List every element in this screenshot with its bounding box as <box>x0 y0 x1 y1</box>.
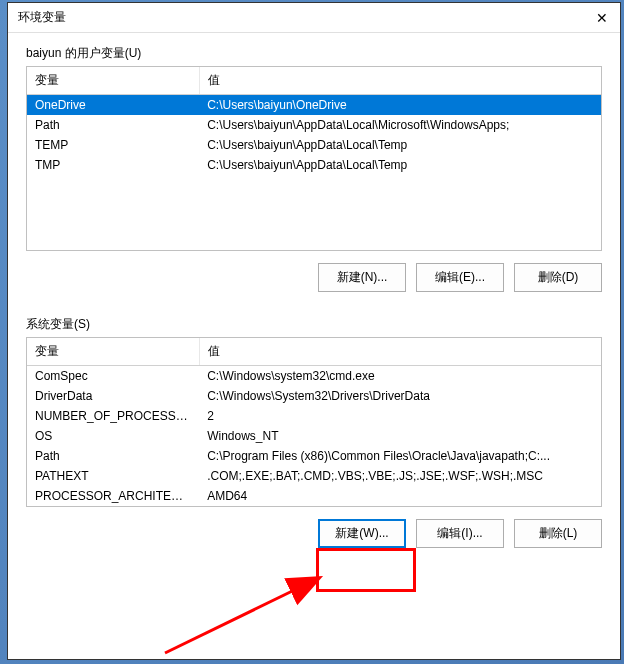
system-edit-button[interactable]: 编辑(I)... <box>416 519 504 548</box>
table-row[interactable]: OneDriveC:\Users\baiyun\OneDrive <box>27 95 601 116</box>
value-cell: C:\Program Files (x86)\Common Files\Orac… <box>199 446 601 466</box>
system-delete-button[interactable]: 删除(L) <box>514 519 602 548</box>
variable-cell: OS <box>27 426 199 446</box>
user-edit-button[interactable]: 编辑(E)... <box>416 263 504 292</box>
table-row[interactable]: ComSpecC:\Windows\system32\cmd.exe <box>27 366 601 387</box>
window-title: 环境变量 <box>18 9 66 26</box>
variable-cell: TEMP <box>27 135 199 155</box>
value-cell: C:\Windows\system32\cmd.exe <box>199 366 601 387</box>
sys-col-variable[interactable]: 变量 <box>27 338 199 366</box>
user-new-button[interactable]: 新建(N)... <box>318 263 406 292</box>
variable-cell: PROCESSOR_ARCHITECT... <box>27 486 199 506</box>
table-row[interactable]: NUMBER_OF_PROCESSORS2 <box>27 406 601 426</box>
value-cell: C:\Users\baiyun\AppData\Local\Microsoft\… <box>199 115 601 135</box>
user-delete-button[interactable]: 删除(D) <box>514 263 602 292</box>
value-cell: AMD64 <box>199 486 601 506</box>
table-row[interactable]: TEMPC:\Users\baiyun\AppData\Local\Temp <box>27 135 601 155</box>
value-cell: C:\Windows\System32\Drivers\DriverData <box>199 386 601 406</box>
user-button-row: 新建(N)... 编辑(E)... 删除(D) <box>26 263 602 292</box>
system-new-button[interactable]: 新建(W)... <box>318 519 406 548</box>
table-row[interactable]: PathC:\Program Files (x86)\Common Files\… <box>27 446 601 466</box>
sys-col-value[interactable]: 值 <box>199 338 601 366</box>
system-button-row: 新建(W)... 编辑(I)... 删除(L) <box>26 519 602 548</box>
variable-cell: TMP <box>27 155 199 175</box>
value-cell: Windows_NT <box>199 426 601 446</box>
environment-variables-dialog: 环境变量 ✕ baiyun 的用户变量(U) 变量 值 OneDriveC:\U… <box>7 2 621 660</box>
table-row[interactable]: PROCESSOR_ARCHITECT...AMD64 <box>27 486 601 506</box>
table-row[interactable]: OSWindows_NT <box>27 426 601 446</box>
value-cell: .COM;.EXE;.BAT;.CMD;.VBS;.VBE;.JS;.JSE;.… <box>199 466 601 486</box>
value-cell: C:\Users\baiyun\AppData\Local\Temp <box>199 135 601 155</box>
close-icon[interactable]: ✕ <box>594 10 610 26</box>
value-cell: C:\Users\baiyun\OneDrive <box>199 95 601 116</box>
user-variables-section: baiyun 的用户变量(U) 变量 值 OneDriveC:\Users\ba… <box>26 45 602 292</box>
variable-cell: OneDrive <box>27 95 199 116</box>
table-row[interactable]: TMPC:\Users\baiyun\AppData\Local\Temp <box>27 155 601 175</box>
variable-cell: ComSpec <box>27 366 199 387</box>
variable-cell: Path <box>27 446 199 466</box>
titlebar: 环境变量 ✕ <box>8 3 620 33</box>
variable-cell: DriverData <box>27 386 199 406</box>
system-section-label: 系统变量(S) <box>26 316 602 333</box>
table-row[interactable]: PathC:\Users\baiyun\AppData\Local\Micros… <box>27 115 601 135</box>
variable-cell: PATHEXT <box>27 466 199 486</box>
dialog-content: baiyun 的用户变量(U) 变量 值 OneDriveC:\Users\ba… <box>8 33 620 580</box>
user-col-value[interactable]: 值 <box>199 67 601 95</box>
value-cell: 2 <box>199 406 601 426</box>
user-variables-table[interactable]: 变量 值 OneDriveC:\Users\baiyun\OneDrivePat… <box>26 66 602 251</box>
value-cell: C:\Users\baiyun\AppData\Local\Temp <box>199 155 601 175</box>
variable-cell: Path <box>27 115 199 135</box>
table-row[interactable]: DriverDataC:\Windows\System32\Drivers\Dr… <box>27 386 601 406</box>
table-row[interactable]: PATHEXT.COM;.EXE;.BAT;.CMD;.VBS;.VBE;.JS… <box>27 466 601 486</box>
user-section-label: baiyun 的用户变量(U) <box>26 45 602 62</box>
user-col-variable[interactable]: 变量 <box>27 67 199 95</box>
system-variables-table[interactable]: 变量 值 ComSpecC:\Windows\system32\cmd.exeD… <box>26 337 602 507</box>
variable-cell: NUMBER_OF_PROCESSORS <box>27 406 199 426</box>
system-variables-section: 系统变量(S) 变量 值 ComSpecC:\Windows\system32\… <box>26 316 602 548</box>
